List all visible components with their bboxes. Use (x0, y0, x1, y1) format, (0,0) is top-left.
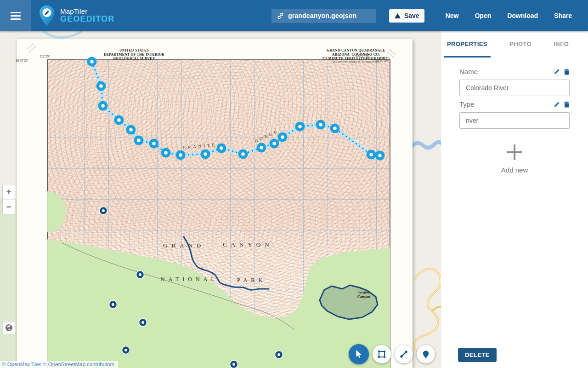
add-new-label: Add new (501, 166, 528, 174)
globe-icon (5, 323, 13, 332)
app-header: MapTiler GEOEDITOR grandcanyon.geojson S… (0, 0, 588, 31)
line-tool-button[interactable] (395, 345, 413, 363)
polygon-tool-icon (377, 350, 386, 359)
type-field-label: Type (459, 100, 475, 108)
main-nav: New Open Download Share (446, 12, 588, 19)
zoom-in-button[interactable]: + (3, 184, 15, 199)
hamburger-menu-icon[interactable] (0, 0, 31, 31)
tab-properties[interactable]: PROPERTIES (444, 31, 491, 58)
map-canvas[interactable]: UNITED STATES DEPARTMENT OF THE INTERIOR… (0, 31, 441, 368)
save-drive-icon (394, 13, 401, 19)
attribution-osm-link[interactable]: © OpenStreetMap contributors (43, 362, 114, 367)
quadrangle-title: GRAND CANYON QUADRANGLE ARIZONA–COCONINO… (322, 48, 390, 63)
usgs-agency-title: UNITED STATES DEPARTMENT OF THE INTERIOR… (104, 48, 164, 61)
topo-map-frame-area (47, 60, 390, 368)
pointer-tool-icon (355, 350, 362, 358)
attribution-openmaptiles-link[interactable]: © OpenMapTiles (2, 362, 41, 367)
draw-toolbar (349, 344, 435, 364)
edit-type-pencil-icon[interactable] (554, 101, 560, 108)
select-tool-button[interactable] (349, 344, 369, 364)
marker-tool-icon (422, 350, 430, 359)
tab-info[interactable]: INFO (550, 31, 572, 58)
nav-share[interactable]: Share (554, 12, 572, 19)
field-type: Type (459, 100, 570, 129)
nav-open[interactable]: Open (475, 12, 491, 19)
nav-download[interactable]: Download (507, 12, 538, 19)
field-name: Name (459, 68, 570, 96)
line-tool-icon (399, 350, 408, 359)
sidebar-tabs: PROPERTIES PHOTO INFO (441, 31, 588, 58)
app-logo[interactable]: MapTiler GEOEDITOR (38, 5, 114, 27)
marker-tool-button[interactable] (417, 345, 435, 363)
save-button[interactable]: Save (389, 9, 424, 23)
type-field-input[interactable] (459, 112, 570, 129)
filename-input[interactable]: grandcanyon.geojson (271, 9, 376, 23)
logo-pin-icon (38, 5, 56, 27)
name-field-label: Name (459, 68, 478, 75)
zoom-control: + − (2, 184, 15, 214)
nav-new[interactable]: New (446, 12, 459, 19)
delete-name-trash-icon[interactable] (564, 69, 570, 75)
delete-type-trash-icon[interactable] (564, 101, 570, 108)
brand-product: GEOEDITOR (60, 15, 114, 23)
map-attribution: © OpenMapTiles© OpenStreetMap contributo… (0, 361, 118, 368)
brand-name: MapTiler (60, 8, 114, 15)
tab-photo[interactable]: PHOTO (506, 31, 535, 58)
add-new-property-button[interactable]: Add new (459, 144, 570, 174)
link-icon (277, 12, 284, 19)
basemap-switcher-button[interactable] (2, 321, 16, 334)
plus-icon (507, 144, 522, 160)
polygon-tool-button[interactable] (373, 345, 391, 363)
edit-name-pencil-icon[interactable] (554, 69, 560, 75)
filename-text: grandcanyon.geojson (288, 12, 356, 19)
properties-sidebar: PROPERTIES PHOTO INFO Name (441, 31, 588, 368)
name-field-input[interactable] (459, 80, 570, 96)
delete-feature-button[interactable]: DELETE (458, 348, 497, 362)
topo-map-sheet: UNITED STATES DEPARTMENT OF THE INTERIOR… (17, 39, 413, 368)
zoom-out-button[interactable]: − (3, 199, 15, 214)
